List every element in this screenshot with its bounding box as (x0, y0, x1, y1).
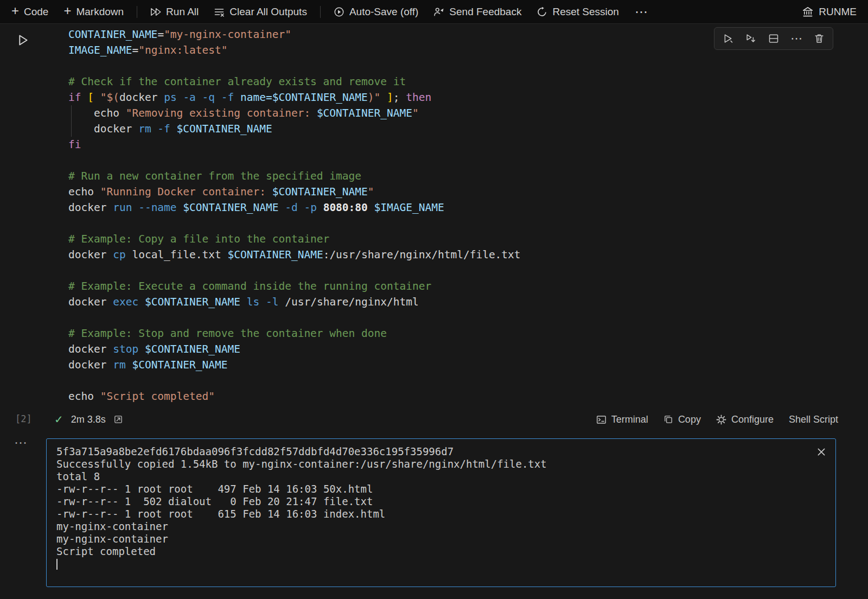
toolbar-separator (320, 6, 321, 18)
output-line: Script completed (56, 545, 826, 558)
code-line[interactable] (68, 263, 521, 278)
add-code-button[interactable]: + Code (7, 4, 53, 20)
output-line: 5f3a715a9a8be2efd6176bdaa096f3fcdd82f57d… (56, 445, 826, 458)
split-cell-button[interactable] (764, 30, 783, 47)
close-output-button[interactable] (814, 444, 829, 460)
code-line[interactable] (68, 152, 521, 168)
add-markdown-label: Markdown (76, 6, 124, 18)
code-line[interactable]: echo "Running Docker container: $CONTAIN… (68, 184, 521, 200)
code-line[interactable]: docker cp local_file.txt $CONTAINER_NAME… (68, 247, 521, 263)
cell-output: 5f3a715a9a8be2efd6176bdaa096f3fcdd82f57d… (46, 438, 836, 587)
code-line[interactable]: docker stop $CONTAINER_NAME (68, 341, 521, 357)
execution-duration: 2m 3.8s (71, 414, 106, 425)
output-line: -rw-r--r-- 1 root root 497 Feb 14 16:03 … (56, 483, 826, 495)
code-line[interactable] (68, 310, 521, 326)
output-line: -rw-r--r-- 1 root root 615 Feb 14 16:03 … (56, 508, 826, 520)
toolbar-more-button[interactable]: ⋯ (629, 4, 653, 20)
auto-save-toggle[interactable]: Auto-Save (off) (329, 4, 423, 20)
output-line: my-nginx-container (56, 533, 826, 545)
run-below-icon (745, 33, 756, 44)
code-line[interactable] (68, 215, 521, 231)
output-line: total 8 (56, 470, 826, 483)
cell-status-bar: ✓ 2m 3.8s Terminal Copy Configure Shell … (0, 408, 868, 431)
code-line[interactable]: docker run --name $CONTAINER_NAME -d -p … (68, 200, 521, 215)
code-line[interactable]: docker exec $CONTAINER_NAME ls -l /usr/s… (68, 294, 521, 310)
clear-all-outputs-icon (214, 7, 225, 17)
terminal-cursor-line (56, 558, 826, 570)
auto-save-icon (334, 7, 344, 17)
runme-brand-button[interactable]: RUNME (797, 4, 861, 20)
configure-label: Configure (731, 414, 774, 425)
close-icon (816, 447, 827, 457)
code-line[interactable]: docker rm $CONTAINER_NAME (68, 357, 521, 373)
language-picker[interactable]: Shell Script (789, 414, 838, 425)
save-output-icon (113, 415, 123, 424)
code-line[interactable]: IMAGE_NAME="nginx:latest" (68, 42, 521, 58)
output-lines: 5f3a715a9a8be2efd6176bdaa096f3fcdd82f57d… (56, 445, 826, 558)
code-line[interactable]: fi (68, 137, 521, 152)
execute-cell-icon (723, 33, 733, 44)
code-line[interactable] (68, 58, 521, 74)
code-line[interactable]: if [ "$(docker ps -a -q -f name=$CONTAIN… (68, 90, 521, 105)
run-all-button[interactable]: Run All (145, 4, 203, 20)
delete-cell-button[interactable] (809, 30, 829, 47)
open-terminal-button[interactable]: Terminal (596, 414, 648, 425)
cell-code-editor[interactable]: CONTAINER_NAME="my-nginx-container"IMAGE… (68, 27, 521, 404)
code-line[interactable]: # Example: Execute a command inside the … (68, 278, 521, 294)
runme-brand-label: RUNME (819, 6, 857, 18)
code-line[interactable]: echo "Script completed" (68, 388, 521, 404)
copy-label: Copy (678, 414, 701, 425)
plus-icon: + (63, 4, 71, 17)
code-line[interactable]: CONTAINER_NAME="my-nginx-container" (68, 27, 521, 42)
send-feedback-label: Send Feedback (449, 6, 521, 18)
execute-cell-button[interactable] (718, 30, 738, 47)
toolbar-separator (137, 6, 137, 18)
output-line: -rw-r--r-- 1 502 dialout 0 Feb 20 21:47 … (56, 495, 826, 508)
copy-button[interactable]: Copy (663, 414, 701, 425)
code-line[interactable]: echo "Removing existing container: $CONT… (68, 105, 521, 121)
output-options-button[interactable]: ⋯ (14, 436, 27, 449)
trash-icon (814, 33, 825, 44)
clear-all-outputs-button[interactable]: Clear All Outputs (209, 4, 312, 20)
output-line: my-nginx-container (56, 520, 826, 533)
split-cell-icon (768, 33, 779, 44)
auto-save-label: Auto-Save (off) (349, 6, 418, 18)
plus-icon: + (11, 4, 19, 17)
cell-more-actions-button[interactable]: ⋯ (787, 30, 806, 47)
copy-icon (663, 415, 673, 424)
add-code-label: Code (24, 6, 48, 18)
cell-toolbar: ⋯ (714, 27, 833, 50)
output-line: Successfully copied 1.54kB to my-nginx-c… (56, 458, 826, 470)
gear-icon (716, 415, 726, 425)
success-check-icon: ✓ (54, 413, 63, 426)
run-cell-button[interactable] (14, 31, 31, 49)
code-line[interactable]: # Check if the container already exists … (68, 74, 521, 90)
code-line[interactable]: # Run a new container from the specified… (68, 168, 521, 184)
save-output-button[interactable] (113, 415, 123, 424)
reset-session-label: Reset Session (552, 6, 619, 18)
add-markdown-button[interactable]: + Markdown (59, 4, 129, 20)
reset-session-button[interactable]: Reset Session (532, 4, 624, 20)
send-feedback-icon (433, 7, 444, 17)
run-below-button[interactable] (741, 30, 761, 47)
run-all-icon (150, 7, 161, 17)
notebook-window: + Code + Markdown Run All Clear All Outp… (0, 0, 868, 599)
code-line[interactable] (68, 373, 521, 388)
reset-session-icon (537, 7, 547, 17)
terminal-label: Terminal (611, 414, 648, 425)
code-line[interactable]: # Example: Stop and remove the container… (68, 326, 521, 341)
terminal-cursor (56, 559, 58, 570)
code-line[interactable]: # Example: Copy a file into the containe… (68, 231, 521, 247)
play-icon (16, 33, 30, 47)
code-line[interactable]: docker rm -f $CONTAINER_NAME (68, 121, 521, 137)
runme-brand-icon (802, 6, 814, 18)
configure-button[interactable]: Configure (716, 414, 774, 425)
run-all-label: Run All (166, 6, 199, 18)
clear-all-outputs-label: Clear All Outputs (229, 6, 307, 18)
notebook-toolbar: + Code + Markdown Run All Clear All Outp… (0, 0, 868, 24)
send-feedback-button[interactable]: Send Feedback (429, 4, 526, 20)
terminal-icon (596, 415, 607, 425)
